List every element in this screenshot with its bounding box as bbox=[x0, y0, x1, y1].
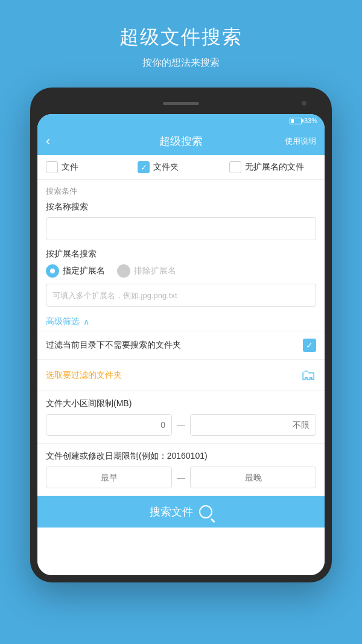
battery-fill bbox=[291, 119, 294, 123]
name-search-input[interactable] bbox=[46, 217, 316, 240]
date-label: 文件创建或修改日期限制(例如：20160101) bbox=[46, 451, 316, 462]
nav-title: 超级搜索 bbox=[159, 134, 203, 148]
filter-label: 过滤当前目录下不需要搜索的文件夹 bbox=[46, 340, 303, 351]
ext-radio-group: 指定扩展名 排除扩展名 bbox=[46, 264, 316, 278]
size-dash: — bbox=[177, 420, 185, 430]
date-dash: — bbox=[177, 473, 185, 482]
folder-checkbox[interactable] bbox=[138, 161, 150, 173]
folder-select-link[interactable]: 选取要过滤的文件夹 bbox=[46, 370, 122, 381]
advanced-label[interactable]: 高级筛选 bbox=[46, 316, 80, 327]
size-row: — bbox=[46, 414, 316, 436]
phone-camera bbox=[302, 101, 306, 106]
folder-icon[interactable]: 🗂 bbox=[300, 366, 316, 384]
date-row: — bbox=[46, 467, 316, 488]
date-earliest-input[interactable] bbox=[46, 467, 172, 488]
exclude-ext-radio[interactable]: 排除扩展名 bbox=[117, 264, 176, 278]
specify-ext-label: 指定扩展名 bbox=[63, 266, 105, 276]
file-type-folder[interactable]: 文件夹 bbox=[138, 161, 224, 173]
help-button[interactable]: 使用说明 bbox=[285, 136, 316, 147]
filter-folders-row: 过滤当前目录下不需要搜索的文件夹 bbox=[37, 331, 325, 360]
phone-screen: 33% ‹ 超级搜索 使用说明 文件 文件夹 bbox=[37, 114, 325, 575]
by-ext-title: 按扩展名搜索 bbox=[46, 249, 316, 260]
search-icon bbox=[199, 505, 212, 518]
ext-search-input[interactable] bbox=[46, 284, 316, 307]
file-checkbox[interactable] bbox=[46, 161, 58, 173]
folder-select-row: 选取要过滤的文件夹 🗂 bbox=[37, 360, 325, 391]
back-button[interactable]: ‹ bbox=[46, 133, 50, 149]
file-label: 文件 bbox=[62, 162, 78, 173]
search-conditions-section: 搜索条件 按名称搜索 bbox=[37, 180, 325, 246]
phone-frame: 33% ‹ 超级搜索 使用说明 文件 文件夹 bbox=[30, 88, 332, 582]
search-button[interactable]: 搜索文件 bbox=[37, 496, 325, 528]
file-size-section: 文件大小区间限制(MB) — bbox=[37, 391, 325, 444]
exclude-radio-btn[interactable] bbox=[117, 264, 130, 278]
chevron-up-icon: ∧ bbox=[83, 317, 89, 327]
no-ext-label: 无扩展名的文件 bbox=[245, 162, 304, 173]
content-area: 文件 文件夹 无扩展名的文件 搜索条件 按名称搜索 bbox=[37, 155, 325, 575]
battery-icon bbox=[290, 118, 302, 124]
filter-checkbox[interactable] bbox=[303, 339, 316, 352]
date-latest-input[interactable] bbox=[190, 467, 316, 488]
app-subtitle: 按你的想法来搜索 bbox=[142, 57, 220, 69]
folder-label: 文件夹 bbox=[153, 162, 179, 173]
file-type-no-ext[interactable]: 无扩展名的文件 bbox=[229, 161, 316, 173]
size-max-input[interactable] bbox=[190, 414, 316, 436]
by-name-title: 按名称搜索 bbox=[46, 202, 316, 212]
battery-indicator: 33% bbox=[290, 117, 317, 124]
file-type-file[interactable]: 文件 bbox=[46, 161, 133, 173]
specify-ext-radio[interactable]: 指定扩展名 bbox=[46, 264, 105, 278]
phone-speaker bbox=[163, 102, 199, 105]
file-size-label: 文件大小区间限制(MB) bbox=[46, 398, 316, 409]
no-ext-checkbox[interactable] bbox=[229, 161, 241, 173]
by-ext-section: 按扩展名搜索 指定扩展名 排除扩展名 bbox=[37, 246, 325, 313]
file-type-row: 文件 文件夹 无扩展名的文件 bbox=[37, 155, 325, 180]
status-bar: 33% bbox=[37, 114, 325, 127]
nav-bar: ‹ 超级搜索 使用说明 bbox=[37, 127, 325, 155]
search-btn-label: 搜索文件 bbox=[150, 505, 193, 519]
specify-radio-btn[interactable] bbox=[46, 264, 59, 278]
advanced-filter-toggle[interactable]: 高级筛选 ∧ bbox=[37, 313, 325, 331]
battery-percent: 33% bbox=[304, 117, 317, 124]
exclude-ext-label: 排除扩展名 bbox=[134, 266, 176, 276]
size-min-input[interactable] bbox=[46, 414, 172, 436]
date-section: 文件创建或修改日期限制(例如：20160101) — bbox=[37, 444, 325, 496]
conditions-label: 搜索条件 bbox=[46, 186, 316, 197]
app-title: 超级文件搜索 bbox=[119, 24, 243, 51]
